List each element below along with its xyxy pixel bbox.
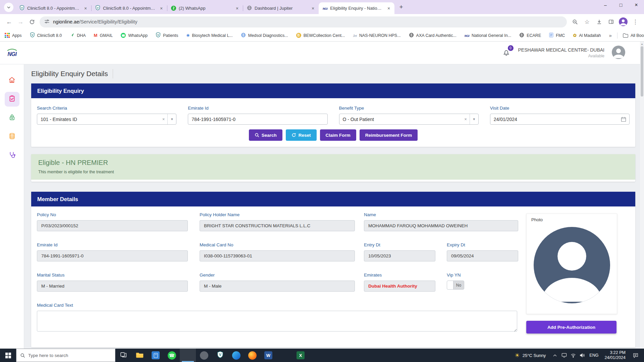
browser-tab[interactable]: V ClinicSoft 8.0 - Appointments × [15, 2, 91, 14]
taskbar-app-task-view[interactable] [115, 349, 131, 362]
bookmark-star-icon[interactable]: ☆ [582, 16, 592, 27]
taskbar-clock[interactable]: 3:22 PM 24/01/2024 [601, 350, 629, 360]
bookmark-item[interactable]: FMC [549, 33, 565, 39]
start-button[interactable] [0, 349, 16, 362]
gmail-favicon: M [94, 33, 98, 38]
visit-date-field: Visit Date [490, 106, 630, 125]
action-center-icon[interactable] [629, 353, 642, 358]
back-icon[interactable]: ← [3, 16, 15, 27]
tab-close-icon[interactable]: × [158, 5, 164, 11]
zoom-icon[interactable] [570, 16, 580, 27]
menu-icon[interactable]: ⋮ [630, 16, 641, 27]
reset-button[interactable]: Reset [286, 129, 317, 141]
bookmark-item[interactable]: DHA [70, 33, 86, 38]
browser-tab[interactable]: Dashboard | Jupiter × [243, 2, 319, 14]
volume-icon[interactable] [578, 353, 587, 358]
taskbar-app-clinicsoft[interactable]: V [212, 349, 228, 362]
tab-title: Dashboard | Jupiter [255, 6, 307, 11]
site-info-icon[interactable] [44, 19, 50, 25]
bookmark-item[interactable]: ECARE [519, 33, 541, 39]
taskbar-app-edge[interactable] [228, 349, 244, 362]
forward-icon[interactable]: → [15, 16, 26, 27]
gender-label: Gender [200, 273, 355, 278]
firefox-icon [248, 351, 257, 360]
minimize-icon[interactable]: – [598, 0, 613, 10]
sidebar-item-stethoscope[interactable] [5, 148, 19, 163]
taskbar-app-word[interactable]: W [260, 349, 276, 362]
bookmark-item[interactable]: NGI National General In... [465, 33, 511, 38]
vip-toggle[interactable]: No [447, 281, 464, 290]
benefit-type-select[interactable]: O - Out Patient × ▾ [339, 114, 479, 125]
bookmark-item[interactable]: Medsol Diagnostics... [241, 33, 288, 39]
sidebar-item-lock[interactable] [5, 111, 19, 125]
reimbursement-form-button[interactable]: Reimbursement Form [360, 129, 418, 141]
database-icon [8, 132, 16, 141]
add-preauthorization-button[interactable]: Add Pre-Authorization [526, 321, 616, 334]
clear-icon[interactable]: × [160, 117, 168, 122]
bookmarks-overflow-icon[interactable]: » [609, 33, 612, 38]
bookmark-item[interactable]: ✿ Al Madallah [573, 33, 601, 38]
emirate-id-input[interactable] [192, 114, 327, 124]
tab-search-icon[interactable] [4, 3, 13, 12]
tab-close-icon[interactable]: × [83, 5, 89, 11]
tab-close-icon[interactable]: × [386, 5, 392, 11]
search-criteria-select[interactable]: 101 - Emirates ID × ▾ [37, 114, 176, 125]
browser-tab[interactable]: V ClinicSoft 8.0 - Appointments × [91, 2, 167, 14]
browser-tab[interactable]: NGI Eligibility Enquiry - National Ge × [319, 2, 394, 14]
browser-tab[interactable]: 2 (2) WhatsApp × [167, 2, 243, 14]
side-panel-icon[interactable] [606, 16, 616, 27]
calendar-icon[interactable] [618, 117, 629, 122]
bookmark-item[interactable]: ✳ Biosytech Medical L... [186, 33, 233, 38]
search-button[interactable]: Search [249, 129, 282, 141]
user-avatar[interactable] [612, 46, 625, 60]
close-icon[interactable]: × [629, 0, 644, 10]
display-icon[interactable] [559, 353, 569, 358]
taskbar-app-file-explorer[interactable] [131, 349, 148, 362]
notifications-button[interactable]: 0 [502, 48, 511, 58]
chevron-down-icon[interactable]: ▾ [470, 114, 478, 124]
download-icon[interactable] [594, 16, 604, 27]
taskbar-app-chrome-secondary[interactable] [276, 349, 292, 362]
language-indicator[interactable]: ENG [587, 353, 601, 358]
bookmark-item[interactable]: ☎ WhatsApp [121, 33, 148, 38]
taskbar-app-whatsapp[interactable]: ☎ [164, 349, 180, 362]
sidebar-item-home[interactable] [5, 73, 19, 88]
bookmark-item[interactable]: Apps [5, 33, 22, 38]
new-tab-button[interactable]: + [396, 2, 406, 12]
ngi-logo[interactable]: NGI [0, 48, 24, 57]
all-bookmarks-button[interactable]: All Bookmarks [623, 33, 644, 38]
tab-close-icon[interactable]: × [310, 5, 316, 11]
taskbar-search[interactable]: Type here to search [16, 349, 115, 362]
taskbar-app-app-dark[interactable] [196, 349, 212, 362]
taskbar-app-firefox[interactable] [244, 349, 260, 362]
bookmark-item[interactable]: V Patients [156, 32, 178, 39]
network-icon[interactable] [569, 353, 578, 358]
bookmark-item[interactable]: V ClinicSoft 8.0 [30, 32, 62, 39]
profile-avatar[interactable] [618, 16, 629, 27]
bookmark-label: FMC [556, 33, 565, 38]
taskbar-app-calculator[interactable] [148, 349, 164, 362]
page-scrollbar[interactable]: ▲ [640, 42, 644, 349]
medical-card-text-input[interactable] [37, 311, 517, 331]
bookmark-label: WhatsApp [128, 33, 148, 38]
sidebar-item-database[interactable] [5, 129, 19, 144]
taskbar-app-excel[interactable]: X [292, 349, 309, 362]
chevron-down-icon[interactable]: ▾ [167, 114, 176, 124]
clear-icon[interactable]: × [462, 117, 470, 122]
reload-icon[interactable] [26, 16, 38, 27]
visit-date-input[interactable] [494, 114, 618, 124]
bookmark-item[interactable]: B BEWCollection Cent... [296, 33, 345, 38]
taskbar-app-chrome[interactable] [180, 349, 196, 362]
tab-close-icon[interactable]: × [234, 5, 240, 11]
sidebar-item-clipboard-check[interactable] [5, 92, 19, 107]
taskbar-weather[interactable]: ☀ 25°C Sunny [510, 349, 551, 362]
bookmark-item[interactable]: AXA Card Authentic... [409, 33, 457, 39]
address-bar[interactable]: ngionline.ae/Service/Eligibility/Eligibi… [40, 16, 567, 27]
bookmark-item[interactable]: M GMAIL [94, 33, 113, 38]
tray-expand-icon[interactable] [550, 354, 559, 357]
scrollbar-thumb[interactable] [641, 46, 643, 97]
bookmark-item[interactable]: Jet NAS-NEURON HPS... [353, 33, 400, 38]
claim-form-button[interactable]: Claim Form [320, 129, 356, 141]
maximize-icon[interactable]: □ [613, 0, 629, 10]
scroll-up-icon[interactable]: ▲ [640, 42, 644, 46]
